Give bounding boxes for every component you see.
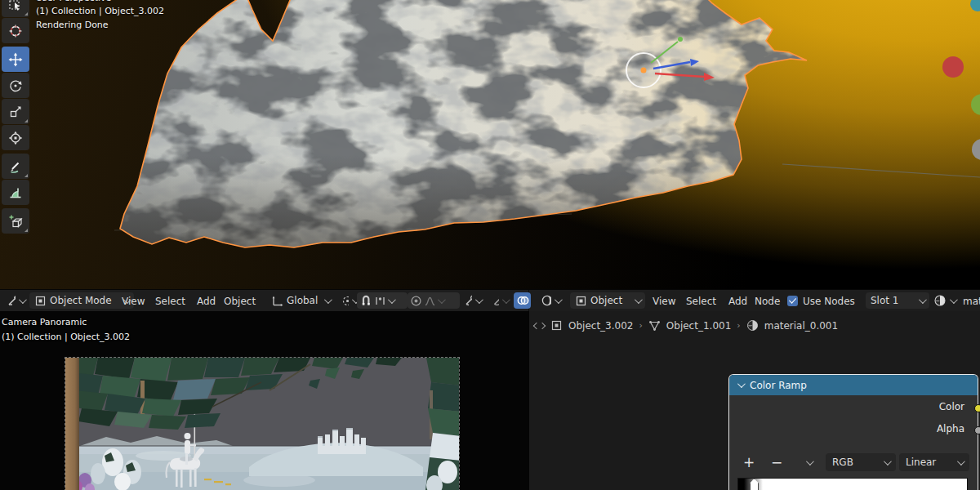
viewport-3d-camera[interactable]: Camera Panoramic (1) Collection | Object…	[0, 311, 529, 490]
add-stop-button[interactable]: +	[737, 453, 760, 471]
node-header[interactable]: Color Ramp	[729, 375, 978, 395]
terrain-mesh[interactable]	[114, 0, 817, 252]
menu-select-label: Select	[155, 296, 185, 307]
add-cube-icon	[8, 214, 23, 229]
snap-dropdown-chevron[interactable]	[388, 296, 396, 304]
orientation-label: Global	[287, 295, 318, 306]
terrain-render	[0, 0, 980, 289]
render-status-label: Rendering Done	[36, 20, 109, 30]
shader-type-label: Object	[590, 295, 622, 306]
menu-object[interactable]: Object	[220, 290, 259, 312]
falloff-dropdown-chevron[interactable]	[438, 296, 446, 304]
color-ramp-gradient[interactable]	[737, 478, 968, 490]
camera-name-label: Camera Panoramic	[2, 317, 87, 327]
editor-3d-viewport-icon	[7, 294, 16, 307]
interpolation-label: Linear	[906, 457, 936, 468]
shader-menu-add-label: Add	[728, 296, 747, 307]
node-title: Color Ramp	[750, 380, 807, 391]
menu-object-label: Object	[224, 296, 256, 307]
measure-tool-button[interactable]	[2, 180, 29, 205]
viewport-3d-rendered[interactable]: User Perspective (1) Collection | Object…	[0, 0, 980, 289]
move-icon	[8, 52, 23, 67]
editor-type-dropdown-3d[interactable]	[2, 292, 29, 309]
blender-window: User Perspective (1) Collection | Object…	[0, 0, 980, 490]
shader-menu-select[interactable]: Select	[683, 290, 719, 312]
pivot-point-icon	[341, 295, 349, 307]
tree-trunk	[65, 358, 79, 490]
color-ramp-node[interactable]: Color Ramp Color Alpha + − RGB Linear	[728, 374, 978, 490]
nav-gizmo-x-axis-ball[interactable]	[942, 56, 964, 78]
gizmo-y-axis-handle[interactable]	[678, 37, 683, 42]
transform-orientation-dropdown[interactable]: Global	[266, 292, 335, 309]
interpolation-dropdown[interactable]: Linear	[899, 453, 969, 471]
material-sphere-icon	[933, 294, 947, 307]
orientation-axes-icon	[271, 295, 283, 307]
scale-tool-button[interactable]	[2, 99, 29, 124]
shader-menu-node-label: Node	[755, 296, 780, 307]
slot-label: Slot 1	[871, 295, 898, 306]
shader-header: Object View Select Add Node Use Nodes Sl…	[529, 290, 980, 312]
camera-frame	[65, 357, 460, 490]
menu-select[interactable]: Select	[152, 290, 189, 312]
menu-add-label: Add	[197, 296, 216, 307]
collapse-menus-icon[interactable]	[534, 323, 545, 328]
viewport-header: Object Mode View Select Add Object Globa…	[0, 290, 529, 312]
object-icon	[575, 295, 587, 307]
falloff-curve-icon[interactable]	[424, 295, 436, 307]
slot-dropdown[interactable]: Slot 1	[866, 292, 929, 309]
shader-menu-add[interactable]: Add	[725, 290, 751, 312]
breadcrumb-separator-2: ›	[737, 320, 740, 331]
cursor-tool-button[interactable]	[2, 18, 29, 43]
menu-view[interactable]: View	[118, 290, 148, 312]
overlays-toggle[interactable]	[514, 292, 531, 309]
color-mode-label: RGB	[832, 457, 853, 468]
remove-stop-button[interactable]: −	[765, 453, 788, 471]
object-mode-icon	[34, 295, 47, 307]
node-collapse-chevron[interactable]	[737, 380, 746, 388]
use-nodes-label: Use Nodes	[803, 296, 855, 307]
camera-collection-label: (1) Collection | Object_3.002	[2, 332, 130, 342]
show-gizmo-dropdown[interactable]	[458, 292, 486, 309]
measure-icon	[8, 185, 23, 200]
menu-add[interactable]: Add	[194, 290, 219, 312]
alpha-output-socket[interactable]	[974, 426, 980, 434]
ramp-options-dropdown[interactable]	[798, 453, 819, 471]
use-nodes-toggle[interactable]: Use Nodes	[784, 290, 858, 312]
select-box-tool-button[interactable]	[2, 0, 29, 17]
shader-type-dropdown[interactable]: Object	[570, 292, 645, 309]
breadcrumb-material[interactable]: material_0.001	[764, 320, 838, 332]
collection-object-label: (1) Collection | Object_3.002	[36, 6, 164, 16]
move-tool-button[interactable]	[2, 47, 29, 72]
color-stop-handle[interactable]	[750, 479, 759, 490]
output-color-label: Color	[939, 401, 964, 412]
material-name[interactable]: mate	[960, 290, 980, 312]
breadcrumb-object[interactable]: Object_3.002	[568, 320, 633, 332]
shader-menu-select-label: Select	[686, 296, 716, 307]
shader-menu-node[interactable]: Node	[751, 290, 783, 312]
annotate-tool-button[interactable]	[2, 154, 29, 179]
material-name-label: mate	[963, 296, 980, 307]
color-mode-dropdown[interactable]: RGB	[826, 453, 896, 471]
use-nodes-checkbox[interactable]	[787, 296, 798, 306]
show-overlays-dropdown[interactable]	[487, 292, 513, 309]
material-browse-dropdown[interactable]	[932, 292, 960, 309]
color-output-socket[interactable]	[974, 404, 980, 412]
breadcrumb-mesh[interactable]: Object_1.001	[666, 320, 731, 332]
shader-menu-view[interactable]: View	[649, 290, 679, 312]
transform-icon	[8, 131, 23, 145]
horizon-line	[782, 164, 980, 177]
editor-headers: Object Mode View Select Add Object Globa…	[0, 289, 980, 311]
editor-type-dropdown-shader[interactable]	[536, 292, 565, 309]
snap-magnet-icon[interactable]	[359, 294, 372, 307]
3d-cursor-icon	[8, 24, 23, 38]
breadcrumb-material-icon	[746, 319, 759, 332]
rotate-tool-button[interactable]	[2, 73, 29, 98]
shader-editor[interactable]: Object_3.002 › Object_1.001 › material_0…	[529, 311, 980, 490]
proportional-edit-icon[interactable]	[410, 295, 422, 307]
snap-target-icon[interactable]	[374, 295, 386, 307]
breadcrumb-object-icon	[550, 319, 563, 332]
output-alpha-label: Alpha	[937, 423, 964, 434]
transform-tool-button[interactable]	[2, 125, 29, 150]
snapping-group	[357, 292, 408, 309]
add-cube-tool-button[interactable]	[2, 208, 29, 234]
